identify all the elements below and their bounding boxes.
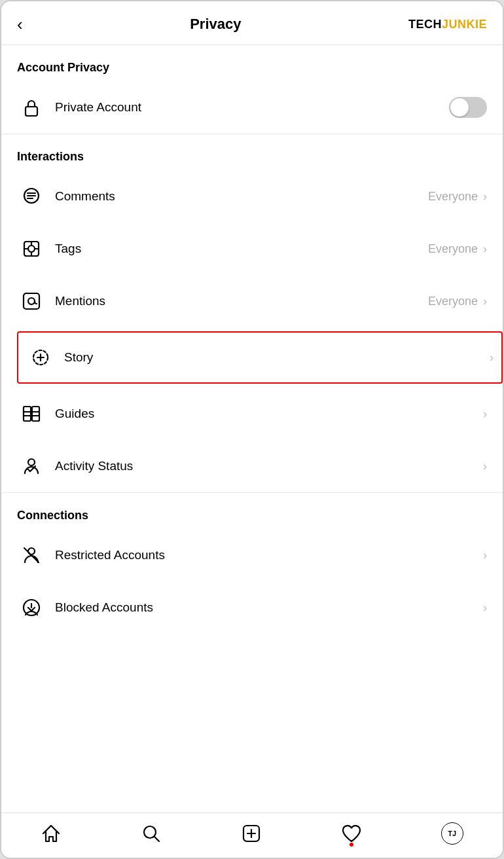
- create-icon: [241, 823, 262, 844]
- back-button[interactable]: ‹: [17, 16, 23, 33]
- content-area: Account Privacy Private Account Interact…: [1, 45, 503, 813]
- row-restricted-accounts[interactable]: Restricted Accounts ›: [1, 529, 503, 581]
- story-row-wrapper: Story ›: [1, 327, 503, 388]
- svg-rect-0: [26, 107, 37, 116]
- activity-dot: [350, 843, 353, 847]
- mentions-chevron: ›: [483, 295, 487, 308]
- lock-icon: [17, 93, 46, 122]
- brand-logo: TECHJUNKIE: [408, 18, 487, 31]
- row-activity-status[interactable]: Activity Status ›: [1, 440, 503, 492]
- blocked-chevron: ›: [483, 601, 487, 615]
- logo-junkie: JUNKIE: [442, 18, 487, 31]
- section-connections-label: Connections: [1, 493, 503, 529]
- comments-label: Comments: [55, 189, 428, 204]
- section-account-privacy-label: Account Privacy: [1, 45, 503, 81]
- mentions-value: Everyone: [428, 295, 478, 308]
- row-private-account[interactable]: Private Account: [1, 81, 503, 134]
- heart-icon: [341, 823, 362, 844]
- svg-point-3: [28, 246, 35, 252]
- nav-activity[interactable]: [341, 823, 362, 844]
- comments-chevron: ›: [483, 190, 487, 204]
- svg-rect-14: [32, 407, 39, 421]
- row-story[interactable]: Story ›: [17, 331, 503, 384]
- activity-status-label: Activity Status: [55, 459, 478, 473]
- guides-label: Guides: [55, 407, 478, 421]
- restricted-accounts-label: Restricted Accounts: [55, 548, 478, 562]
- private-account-toggle[interactable]: [449, 97, 487, 118]
- avatar-initials: TJ: [448, 830, 456, 837]
- svg-point-19: [28, 459, 35, 466]
- nav-search[interactable]: [141, 823, 162, 844]
- home-icon: [41, 823, 62, 844]
- nav-create[interactable]: [241, 823, 262, 844]
- story-icon: [26, 343, 55, 372]
- row-comments[interactable]: Comments Everyone ›: [1, 170, 503, 223]
- section-interactions-label: Interactions: [1, 134, 503, 170]
- activity-status-chevron: ›: [483, 460, 487, 473]
- header: ‹ Privacy TECHJUNKIE: [1, 1, 503, 45]
- profile-avatar: TJ: [441, 822, 463, 845]
- blocked-icon: [17, 593, 46, 622]
- restricted-chevron: ›: [483, 549, 487, 562]
- row-blocked-accounts[interactable]: Blocked Accounts ›: [1, 581, 503, 634]
- tags-label: Tags: [55, 242, 428, 256]
- toggle-thumb: [450, 98, 469, 117]
- svg-point-9: [28, 298, 35, 304]
- svg-rect-8: [24, 293, 39, 309]
- nav-profile[interactable]: TJ: [441, 822, 463, 845]
- guides-chevron: ›: [483, 407, 487, 421]
- tags-chevron: ›: [483, 242, 487, 256]
- activity-status-icon: [17, 452, 46, 481]
- svg-line-24: [154, 837, 159, 841]
- blocked-accounts-label: Blocked Accounts: [55, 600, 478, 615]
- phone-frame: ‹ Privacy TECHJUNKIE Account Privacy Pri…: [0, 0, 504, 859]
- bottom-nav: TJ: [1, 813, 503, 858]
- comments-value: Everyone: [428, 190, 478, 204]
- row-guides[interactable]: Guides ›: [1, 388, 503, 440]
- row-tags[interactable]: Tags Everyone ›: [1, 223, 503, 275]
- restricted-icon: [17, 541, 46, 570]
- nav-home[interactable]: [41, 823, 62, 844]
- logo-tech: TECH: [408, 18, 442, 31]
- private-account-label: Private Account: [55, 100, 449, 115]
- mention-icon: [17, 287, 46, 316]
- story-chevron: ›: [490, 351, 494, 365]
- svg-rect-13: [24, 407, 31, 421]
- svg-line-21: [24, 548, 39, 562]
- row-mentions[interactable]: Mentions Everyone ›: [1, 275, 503, 327]
- search-icon: [141, 823, 162, 844]
- guides-icon: [17, 399, 46, 428]
- comment-icon: [17, 182, 46, 211]
- page-title: Privacy: [23, 16, 408, 33]
- tags-value: Everyone: [428, 242, 478, 256]
- mentions-label: Mentions: [55, 294, 428, 308]
- tag-icon: [17, 234, 46, 263]
- story-label: Story: [64, 350, 484, 365]
